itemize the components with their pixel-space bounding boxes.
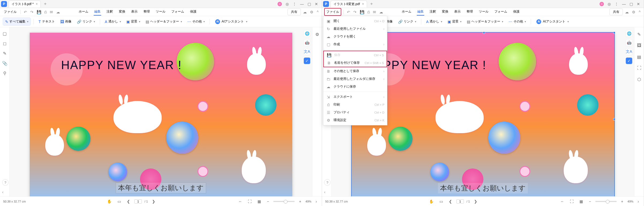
tab-organize[interactable]: 整理	[466, 8, 473, 16]
view-mode-icon[interactable]: ▦	[578, 199, 585, 204]
zoom-out-icon[interactable]: −	[265, 199, 271, 204]
page-footer-text[interactable]: 本年も宜しくお願いします	[438, 183, 528, 193]
prev-page-icon[interactable]: ❮	[447, 199, 454, 204]
image-panel-icon[interactable]: 🖼	[636, 42, 642, 49]
cloud-upload-icon[interactable]: ☁	[302, 10, 308, 14]
tab-convert[interactable]: 変換	[441, 8, 449, 16]
crop-panel-icon[interactable]: ⛶	[636, 65, 642, 71]
float-robot-icon[interactable]: 🤖	[304, 39, 310, 46]
redo-icon[interactable]: ↷	[352, 10, 358, 14]
shape-panel-icon[interactable]: ⬡	[636, 76, 642, 83]
prev-page-icon[interactable]: ❮	[125, 199, 132, 204]
tab-home[interactable]: ホーム	[401, 8, 412, 16]
edit-panel-icon[interactable]: ✎	[636, 31, 642, 38]
tab-edit[interactable]: 編集	[417, 8, 424, 16]
zoom-out-icon[interactable]: −	[587, 199, 593, 204]
next-page-icon[interactable]: ❯	[150, 199, 157, 204]
page[interactable]: PPY NEW YEAR ! 本年も宜しくお願いします	[352, 33, 614, 196]
adjust-icon[interactable]: ⚙	[314, 31, 320, 38]
kebab-icon[interactable]: ⋮	[615, 2, 618, 6]
tab-tools[interactable]: ツール	[155, 8, 166, 16]
page-panel-icon[interactable]: ▤	[636, 54, 642, 60]
settings-icon[interactable]: ⚙	[631, 10, 637, 14]
print-icon[interactable]: ⎙	[366, 10, 371, 14]
cloud-icon[interactable]: ☁	[378, 10, 384, 14]
zoom-in-icon[interactable]: +	[619, 199, 625, 204]
page-heading[interactable]: PPY NEW YEAR !	[383, 58, 486, 72]
close-window-icon[interactable]: ✕	[637, 2, 640, 6]
new-tab-button[interactable]: ＋	[42, 1, 48, 7]
menu-recent-folder[interactable]: 🗀最近使用したフォルダに保存›	[323, 75, 387, 83]
menu-export[interactable]: ⇲エクスポート›	[323, 93, 387, 101]
page-input[interactable]	[134, 199, 142, 204]
float-translate-icon[interactable]: 🌐	[626, 30, 632, 37]
menu-recent[interactable]: ↻最近使用したファイル›	[323, 25, 387, 33]
redo-icon[interactable]: ↷	[29, 10, 35, 14]
undo-icon[interactable]: ↶	[23, 10, 28, 14]
settings-icon[interactable]: ⚙	[309, 10, 315, 14]
search-icon[interactable]: ⚲	[3, 71, 6, 76]
tab-view[interactable]: 表示	[454, 8, 461, 16]
page-heading[interactable]: HAPPY NEW YEAR !	[61, 58, 182, 72]
tab-organize[interactable]: 整理	[143, 8, 150, 16]
zoom-slider[interactable]	[595, 201, 617, 202]
menu-save-as[interactable]: 🗎名前を付けて保存Ctrl + Shift + S	[324, 59, 387, 67]
bookmarks-icon[interactable]: ◻	[3, 41, 6, 46]
ai-assistant-button[interactable]: AIAIアシスタント▾	[534, 18, 571, 26]
hand-icon[interactable]: ✋	[427, 199, 435, 204]
file-menu[interactable]: ファイル	[2, 9, 18, 15]
background-button[interactable]: ▣背景▾	[124, 18, 142, 25]
minimize-icon[interactable]: ―	[622, 2, 626, 6]
image-button[interactable]: 🖼画像	[58, 18, 74, 25]
fit-page-icon[interactable]: ⛶	[246, 199, 253, 204]
document-tab[interactable]: イラスト8変更.pdf ×	[331, 1, 367, 8]
share-button[interactable]: 共有	[287, 9, 301, 15]
thumbnails-icon[interactable]: ▢	[3, 31, 7, 36]
menu-cloud-save[interactable]: ☁クラウドに保存	[323, 83, 387, 91]
help-icon[interactable]: ?	[324, 179, 331, 186]
menu-properties[interactable]: ☰プロパティCtrl + D	[323, 108, 387, 116]
sync-icon[interactable]: ◎	[608, 2, 611, 6]
other-button[interactable]: ⋯その他▾	[506, 18, 528, 25]
close-window-icon[interactable]: ✕	[315, 2, 318, 6]
file-menu[interactable]: ファイル	[324, 8, 341, 16]
chevron-left-icon[interactable]: ‹	[324, 190, 325, 194]
print-icon[interactable]: ⎙	[43, 10, 48, 14]
fit-page-icon[interactable]: ⛶	[568, 199, 575, 204]
page[interactable]: HAPPY NEW YEAR ! 本年も宜しくお願いします	[30, 33, 292, 196]
tab-home[interactable]: ホーム	[78, 8, 89, 16]
tab-protect[interactable]: 保護	[190, 8, 197, 16]
fit-width-icon[interactable]: ↔	[559, 199, 566, 204]
tab-protect[interactable]: 保護	[513, 8, 520, 16]
select-icon[interactable]: ▭	[116, 199, 123, 204]
select-icon[interactable]: ▭	[438, 199, 445, 204]
tab-tools[interactable]: ツール	[478, 8, 489, 16]
attach-icon[interactable]: ✉	[372, 10, 377, 14]
ai-assistant-button[interactable]: AIAIアシスタント▾	[213, 18, 250, 26]
undo-icon[interactable]: ↶	[346, 10, 351, 14]
sync-icon[interactable]: ◎	[286, 2, 289, 6]
menu-prefs[interactable]: ⚙環境設定Ctrl + K	[323, 116, 387, 124]
page-footer-text[interactable]: 本年も宜しくお願いします	[116, 182, 206, 193]
float-translate-icon[interactable]: 🌐	[304, 30, 310, 37]
attachments-icon[interactable]: 📎	[2, 61, 7, 66]
document-tab[interactable]: イラスト8.pdf * ×	[9, 1, 41, 8]
help-icon[interactable]: ?	[2, 179, 9, 186]
zoom-in-icon[interactable]: +	[297, 199, 303, 204]
menu-save-other[interactable]: 🗎その他として保存›	[323, 67, 387, 75]
tab-view[interactable]: 表示	[131, 8, 138, 16]
float-ai-icon[interactable]: 文A	[304, 48, 310, 55]
tab-form[interactable]: フォーム	[494, 8, 508, 16]
other-button[interactable]: ⋯その他▾	[185, 18, 207, 25]
text-button[interactable]: Tテキスト	[36, 18, 57, 25]
hand-icon[interactable]: ✋	[105, 199, 113, 204]
chevron-right-icon[interactable]: ›	[314, 199, 319, 204]
tab-annotate[interactable]: 注釈	[429, 8, 437, 16]
tab-form[interactable]: フォーム	[171, 8, 185, 16]
comments-icon[interactable]: ✎	[3, 51, 6, 56]
chevron-left-icon[interactable]: ‹	[2, 190, 3, 194]
cloud-icon[interactable]: ☁	[55, 10, 61, 14]
menu-print[interactable]: ⎙印刷Ctrl + P	[323, 101, 387, 108]
zoom-slider[interactable]	[273, 201, 295, 202]
maximize-icon[interactable]: ▢	[630, 2, 633, 6]
